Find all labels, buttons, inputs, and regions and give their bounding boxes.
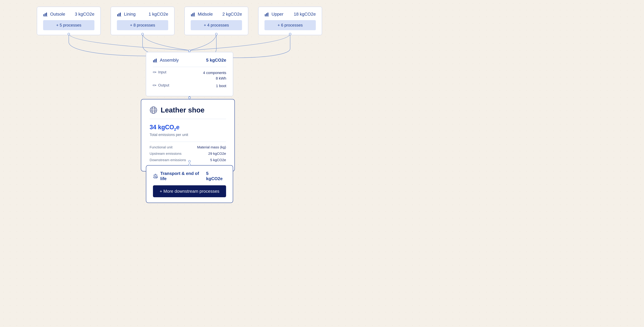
connector-dot-product-top — [188, 97, 191, 99]
svg-rect-7 — [45, 13, 46, 16]
input-icon — [153, 70, 156, 74]
svg-rect-18 — [265, 14, 266, 16]
connector-dot-outsole — [68, 33, 70, 35]
assembly-output-value: 1 boot — [216, 83, 226, 89]
product-header: Leather shoe — [150, 106, 226, 119]
svg-rect-15 — [192, 13, 193, 16]
chart-icon-midsole — [191, 12, 196, 17]
chart-icon-lining — [117, 12, 122, 17]
assembly-input-label: Input — [153, 70, 166, 74]
lining-title: Lining — [117, 12, 136, 17]
assembly-output-label: Output — [153, 83, 169, 88]
connector-dot-midsole — [215, 33, 218, 35]
product-functional-unit-row: Functional unit Material mass (kg) — [150, 145, 226, 149]
product-downstream-row: Downstream emissions 5 kgCO2e — [150, 158, 226, 162]
connector-dot-assembly-top — [188, 50, 191, 52]
assembly-title: Assembly — [153, 58, 179, 63]
svg-rect-14 — [191, 14, 192, 16]
lining-card: Lining 1 kgCO2e + 8 processes — [111, 7, 174, 35]
downstream-header: Transport & end of life 5 kgCO2e — [153, 171, 226, 181]
svg-rect-11 — [118, 13, 120, 16]
assembly-input-values: 4 components 8 kWh — [203, 70, 226, 81]
svg-rect-12 — [120, 13, 121, 16]
upper-processes-btn[interactable]: + 6 processes — [264, 20, 316, 30]
svg-rect-22 — [153, 60, 154, 62]
assembly-output-row: Output 1 boot — [153, 83, 226, 89]
svg-rect-10 — [117, 14, 118, 16]
recycle-icon — [153, 174, 158, 179]
product-subtitle: Total emissions per unit — [150, 133, 226, 137]
more-downstream-btn[interactable]: + More downstream processes — [153, 185, 226, 197]
outsole-processes-btn[interactable]: + 5 processes — [43, 20, 94, 30]
downstream-title: Transport & end of life — [153, 171, 206, 181]
outsole-card: Outsole 3 kgCO2e + 5 processes — [37, 7, 100, 35]
upper-card: Upper 18 kgCO2e + 6 processes — [258, 7, 322, 35]
svg-rect-20 — [268, 13, 268, 16]
product-emissions: 34 kgCO2e — [150, 124, 226, 132]
lining-processes-btn[interactable]: + 8 processes — [117, 20, 168, 30]
connector-dot-downstream-top — [188, 164, 191, 166]
connector-dot-product-bottom — [188, 160, 191, 162]
product-name: Leather shoe — [161, 106, 204, 114]
product-upstream-row: Upstream emissions 29 kgCO2e — [150, 152, 226, 156]
chart-icon — [43, 12, 48, 17]
svg-rect-6 — [44, 14, 44, 16]
svg-rect-28 — [153, 85, 155, 86]
assembly-card: Assembly 5 kgCO2e Input 4 components 8 k… — [146, 52, 233, 96]
upper-title: Upper — [264, 12, 284, 17]
svg-rect-24 — [156, 59, 157, 62]
connector-dot-upper — [289, 33, 291, 35]
svg-rect-26 — [153, 72, 155, 73]
output-icon — [153, 83, 156, 87]
chart-icon-assembly — [153, 58, 158, 63]
downstream-card: Transport & end of life 5 kgCO2e + More … — [146, 165, 233, 203]
midsole-processes-btn[interactable]: + 4 processes — [191, 20, 242, 30]
midsole-card: Midsole 2 kgCO2e + 4 processes — [184, 7, 248, 35]
outsole-title: Outsole — [43, 12, 65, 17]
connector-dot-lining — [142, 33, 144, 35]
assembly-input-row: Input 4 components 8 kWh — [153, 70, 226, 81]
svg-point-36 — [154, 174, 158, 178]
midsole-title: Midsole — [191, 12, 213, 17]
chart-icon-upper — [264, 12, 269, 17]
globe-icon — [150, 106, 157, 114]
svg-rect-8 — [46, 13, 47, 16]
product-card: Leather shoe 34 kgCO2e Total emissions p… — [141, 99, 235, 171]
svg-rect-19 — [266, 13, 267, 16]
svg-rect-16 — [194, 13, 194, 16]
svg-rect-23 — [154, 59, 155, 62]
